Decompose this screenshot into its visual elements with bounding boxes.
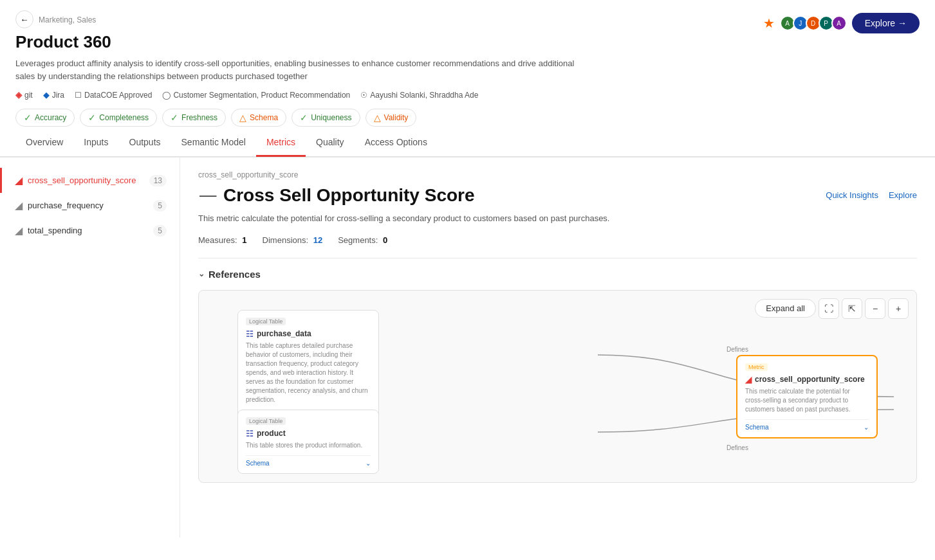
meta-row: ◈ git ◆ Jira ☐ DataCOE Approved ◯ Custom… <box>15 90 920 100</box>
star-icon[interactable]: ★ <box>763 15 775 31</box>
sidebar-item-purchase-frequency[interactable]: ◢ purchase_frequency 5 <box>0 193 180 218</box>
sidebar: ◢ cross_sell_opportunity_score 13 ◢ purc… <box>0 158 180 537</box>
metric-icon: ◢ <box>15 224 23 237</box>
metric-title: Cross Sell Opportunity Score <box>223 185 475 206</box>
avatar-group: A J D P A <box>780 15 847 31</box>
tab-metrics[interactable]: Metrics <box>256 129 306 157</box>
quality-badges: ✓ Accuracy ✓ Completeness ✓ Freshness △ … <box>15 109 920 129</box>
svg-text:Defines: Defines <box>727 346 748 353</box>
metric-breadcrumb: cross_sell_opportunity_score <box>198 170 917 179</box>
sidebar-item-total-spending[interactable]: ◢ total_spending 5 <box>0 218 180 243</box>
page-description: Leverages product affinity analysis to i… <box>15 57 595 82</box>
meta-git[interactable]: ◈ git <box>15 90 33 100</box>
graph-controls: Expand all ⛶ ⇱ − + <box>755 298 909 319</box>
node-description: This metric calculate the potential for … <box>745 387 869 414</box>
tab-bar: Overview Inputs Outputs Semantic Model M… <box>0 129 935 157</box>
back-button[interactable]: ← <box>15 10 33 28</box>
page-title: Product 360 <box>15 32 111 52</box>
warn-icon: △ <box>239 113 246 123</box>
tab-overview[interactable]: Overview <box>15 129 73 157</box>
metric-description: This metric calculate the potential for … <box>198 212 917 225</box>
content-area: cross_sell_opportunity_score ⸻ Cross Sel… <box>180 158 935 537</box>
node-description: This table captures detailed purchase be… <box>246 341 371 404</box>
metric-icon: ◢ <box>15 174 23 186</box>
badge-uniqueness[interactable]: ✓ Uniqueness <box>292 109 360 127</box>
segments-stat: Segments: 0 <box>338 235 387 245</box>
node-metric[interactable]: Metric ◢ cross_sell_opportunity_score Th… <box>736 355 878 438</box>
quick-insights-link[interactable]: Quick Insights <box>826 190 878 200</box>
badge-completeness[interactable]: ✓ Completeness <box>80 109 157 127</box>
badge-validity[interactable]: △ Validity <box>366 109 417 127</box>
meta-approved: ☐ DataCOE Approved <box>75 91 152 100</box>
tab-semantic-model[interactable]: Semantic Model <box>171 129 256 157</box>
node-schema[interactable]: Schema ⌄ <box>246 455 371 467</box>
measures-stat: Measures: 1 <box>198 235 247 245</box>
references-header[interactable]: ⌄ References <box>198 269 917 280</box>
badge-schema[interactable]: △ Schema <box>231 109 286 127</box>
expand-all-button[interactable]: Expand all <box>755 299 816 318</box>
chevron-down-icon: ⌄ <box>198 269 205 278</box>
node-tag: Metric <box>745 363 768 371</box>
graph-area: Expand all ⛶ ⇱ − + Defines Defines Logi <box>198 290 917 483</box>
node-tag: Logical Table <box>246 417 286 425</box>
metric-wave-icon: ⸻ <box>198 185 217 206</box>
node-product[interactable]: Logical Table ☷ product This table store… <box>237 410 379 474</box>
badge-accuracy[interactable]: ✓ Accuracy <box>15 109 75 127</box>
table-icon: ☷ <box>246 329 254 339</box>
tab-quality[interactable]: Quality <box>306 129 355 157</box>
references-section: ⌄ References Expand all ⛶ ⇱ − + Defines <box>198 258 917 483</box>
breadcrumb: Marketing, Sales <box>39 15 96 24</box>
zoom-in-button[interactable]: + <box>888 298 909 319</box>
metric-icon: ◢ <box>745 375 752 384</box>
svg-text:Defines: Defines <box>727 444 748 451</box>
explore-button[interactable]: Explore → <box>852 13 920 33</box>
explore-link[interactable]: Explore <box>889 190 917 200</box>
zoom-out-button[interactable]: − <box>865 298 885 319</box>
check-icon: ✓ <box>24 113 32 123</box>
meta-owners: ☉ Aayushi Solanki, Shraddha Ade <box>360 91 478 100</box>
table-icon: ☷ <box>246 429 254 438</box>
tab-access-options[interactable]: Access Options <box>355 129 438 157</box>
node-schema[interactable]: Schema ⌄ <box>745 419 869 431</box>
node-description: This table stores the product informatio… <box>246 441 371 450</box>
check-icon: ✓ <box>88 113 96 123</box>
tab-inputs[interactable]: Inputs <box>73 129 118 157</box>
metric-icon: ◢ <box>15 199 23 212</box>
meta-tags: ◯ Customer Segmentation, Product Recomme… <box>162 91 350 100</box>
badge-freshness[interactable]: ✓ Freshness <box>162 109 226 127</box>
avatar: A <box>831 15 847 31</box>
metric-stats: Measures: 1 Dimensions: 12 Segments: 0 <box>198 235 917 245</box>
meta-jira[interactable]: ◆ Jira <box>43 90 64 100</box>
sidebar-item-cross-sell[interactable]: ◢ cross_sell_opportunity_score 13 <box>0 168 180 193</box>
dimensions-stat: Dimensions: 12 <box>263 235 323 245</box>
check-icon: ✓ <box>300 113 308 123</box>
warn-icon: △ <box>374 113 381 123</box>
check-icon: ✓ <box>171 113 178 123</box>
node-tag: Logical Table <box>246 318 286 325</box>
tab-outputs[interactable]: Outputs <box>119 129 171 157</box>
fit-button[interactable]: ⇱ <box>842 298 862 319</box>
fullscreen-button[interactable]: ⛶ <box>819 298 839 319</box>
